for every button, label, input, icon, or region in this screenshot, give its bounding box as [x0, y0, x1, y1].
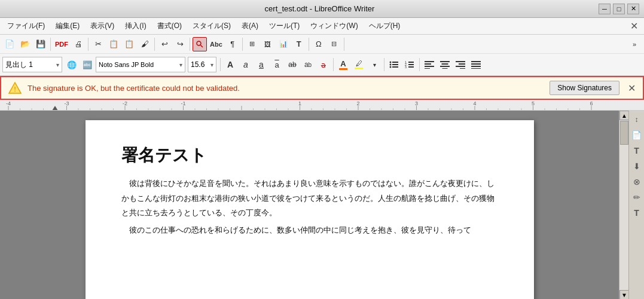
align-left-button[interactable]	[422, 57, 437, 72]
export-pdf-button[interactable]: PDF	[53, 37, 70, 51]
notification-close-button[interactable]: ✕	[628, 83, 636, 94]
maximize-button[interactable]: □	[613, 4, 625, 14]
unordered-list-button[interactable]	[387, 57, 401, 72]
cut-button[interactable]: ✂	[91, 37, 105, 51]
navigator-button[interactable]: ⊟	[327, 37, 341, 51]
toolbar-standard: 📄 📂 💾 PDF 🖨 ✂ 📋 📋 🖌 ↩ ↪ Abc ¶ ⊞ 🖼 📊 T Ω …	[0, 35, 644, 54]
list-bullet-icon	[389, 60, 399, 69]
insert-chart-button[interactable]: 📊	[276, 37, 291, 51]
font-size-selector[interactable]: 15.6 ▾	[188, 57, 216, 72]
justify-icon	[471, 60, 481, 69]
new-button[interactable]: 📄	[2, 37, 17, 51]
svg-rect-20	[440, 66, 450, 67]
font-name-selector[interactable]: Noto Sans JP Bold ▾	[96, 57, 185, 72]
find-replace-button[interactable]	[193, 37, 207, 51]
menu-edit[interactable]: 編集(E)	[51, 19, 84, 33]
menu-file[interactable]: ファイル(F)	[2, 19, 50, 33]
menu-styles[interactable]: スタイル(S)	[188, 19, 236, 33]
scroll-down-button[interactable]: ▼	[619, 290, 629, 299]
font-color-button[interactable]: A	[336, 57, 350, 72]
svg-point-6	[390, 66, 392, 68]
italic-button[interactable]: a	[239, 57, 253, 72]
svg-rect-22	[456, 61, 465, 62]
show-signatures-button[interactable]: Show Signatures	[550, 81, 619, 95]
font-settings2-button[interactable]: 🔤	[80, 57, 94, 72]
sidebar-styles-icon[interactable]: T	[630, 144, 643, 157]
style-selector-value: 見出し 1	[5, 60, 33, 70]
copy-button[interactable]: 📋	[106, 37, 121, 51]
insert-image-button[interactable]: 🖼	[261, 37, 275, 51]
strikethrough-button[interactable]: ab	[285, 57, 300, 72]
menu-help[interactable]: ヘルプ(H)	[364, 19, 405, 33]
bold-button[interactable]: A	[223, 57, 237, 72]
underline-button[interactable]: a	[254, 57, 268, 72]
sidebar-styles2-icon[interactable]: T	[630, 206, 643, 219]
document-area[interactable]: 署名テスト 彼は背後にひそかな足音を聞いた。それはあまり良い意味を示すものではな…	[0, 111, 619, 299]
svg-rect-23	[459, 63, 465, 65]
menu-format[interactable]: 書式(O)	[152, 19, 187, 33]
font-color-bar	[339, 68, 347, 70]
sidebar-navigator-icon[interactable]: ⊗	[630, 175, 643, 188]
menu-tools[interactable]: ツール(T)	[264, 19, 304, 33]
overline-button[interactable]: a	[270, 57, 284, 72]
separator-2	[88, 38, 88, 51]
list-number-icon: 1. 2. 3.	[405, 60, 414, 69]
sidebar-properties-icon[interactable]: ✏	[630, 191, 643, 204]
special-chars-button[interactable]: Ω	[312, 37, 326, 51]
insert-table-button[interactable]: ⊞	[245, 37, 260, 51]
toolbar-area: 📄 📂 💾 PDF 🖨 ✂ 📋 📋 🖌 ↩ ↪ Abc ¶ ⊞ 🖼 📊 T Ω …	[0, 35, 644, 76]
spellcheck-button[interactable]: Abc	[208, 37, 224, 51]
svg-rect-5	[392, 64, 398, 65]
svg-rect-18	[440, 61, 450, 62]
paste-button[interactable]: 📋	[122, 37, 136, 51]
main-area: 署名テスト 彼は背後にひそかな足音を聞いた。それはあまり良い意味を示すものではな…	[0, 111, 644, 299]
sidebar-right: ↕ 📄 T ⬇ ⊗ ✏ T	[628, 111, 644, 299]
document-paragraph-2: 彼のこの仕事への恐れを和らげるために、数多い仲間の中に同じ考えを抱き、彼を見守り…	[121, 223, 498, 238]
scroll-thumb[interactable]	[620, 121, 628, 145]
menu-insert[interactable]: 挿入(I)	[120, 19, 151, 33]
svg-rect-29	[471, 68, 481, 69]
pilcrow-button[interactable]: ¶	[225, 37, 240, 51]
ordered-list-button[interactable]: 1. 2. 3.	[402, 57, 417, 72]
svg-rect-16	[425, 66, 434, 67]
open-button[interactable]: 📂	[18, 37, 32, 51]
scroll-up-button[interactable]: ▲	[619, 111, 629, 120]
toolbar-formatting: 見出し 1 ▾ 🌐 🔤 Noto Sans JP Bold ▾ 15.6 ▾ A…	[0, 54, 644, 75]
minimize-button[interactable]: ─	[599, 4, 611, 14]
undo-button[interactable]: ↩	[157, 37, 172, 51]
font-settings-button[interactable]: 🌐	[65, 57, 79, 72]
superscript-button[interactable]: ab	[301, 57, 315, 72]
align-right-icon	[456, 60, 465, 69]
menu-view[interactable]: 表示(V)	[86, 19, 119, 33]
notification-message: The signature is OK, but the certificate…	[28, 84, 544, 93]
more-toolbar-button[interactable]: »	[627, 37, 642, 51]
sidebar-resize-icon[interactable]: ↕	[630, 113, 643, 126]
justify-button[interactable]	[469, 57, 483, 72]
close-window-button[interactable]: ✕	[627, 4, 639, 14]
insert-textbox-button[interactable]: T	[292, 37, 306, 51]
svg-rect-26	[471, 61, 481, 62]
window-controls: ─ □ ✕	[599, 4, 639, 14]
svg-rect-19	[442, 63, 448, 65]
clear-formatting-button[interactable]: a̶	[316, 57, 331, 72]
align-center-icon	[440, 60, 450, 69]
font-color-dropdown[interactable]: ▾	[367, 57, 381, 72]
document-heading: 署名テスト	[121, 144, 498, 167]
menu-table[interactable]: 表(A)	[237, 19, 263, 33]
style-selector-arrow: ▾	[56, 62, 59, 68]
save-button[interactable]: 💾	[33, 37, 48, 51]
menu-close-icon[interactable]: ✕	[627, 20, 642, 32]
menu-window[interactable]: ウィンドウ(W)	[306, 19, 362, 33]
align-center-button[interactable]	[438, 57, 452, 72]
svg-rect-13	[408, 66, 414, 68]
clone-formatting-button[interactable]: 🖌	[138, 37, 152, 51]
style-selector[interactable]: 見出し 1 ▾	[2, 57, 62, 72]
sidebar-gallery-icon[interactable]: ⬇	[630, 160, 643, 173]
document-paragraph-1: 彼は背後にひそかな足音を聞いた。それはあまり良い意味を示すものではない。誰がこん…	[121, 176, 498, 221]
print-preview-button[interactable]: 🖨	[71, 37, 86, 51]
highlight-color-button[interactable]: 🖊	[352, 57, 366, 72]
align-right-button[interactable]	[453, 57, 468, 72]
sidebar-page-icon[interactable]: 📄	[630, 129, 643, 142]
redo-button[interactable]: ↪	[173, 37, 187, 51]
scroll-track[interactable]	[619, 120, 628, 290]
